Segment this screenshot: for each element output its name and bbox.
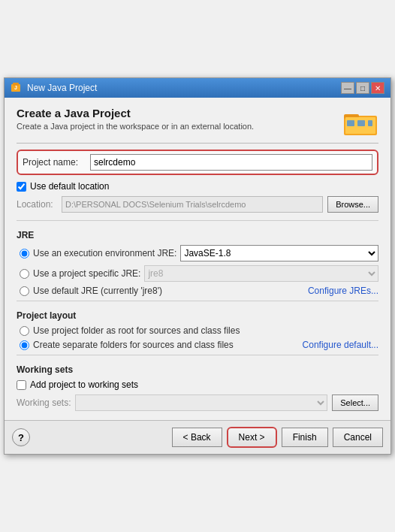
header-text: Create a Java Project Create a Java proj… [17,107,254,131]
title-bar-controls: — □ ✕ [341,82,384,94]
configure-default-link[interactable]: Configure default... [303,340,378,350]
svg-text:J: J [14,85,17,90]
help-button[interactable]: ? [12,428,30,446]
add-to-working-sets-row: Add project to working sets [17,379,378,390]
project-layout-section: Project layout Use project folder as roo… [17,301,378,350]
svg-rect-7 [357,120,365,126]
header-divider [17,143,378,144]
working-sets-section: Working sets Add project to working sets… [17,355,378,411]
jre-default-option: Use default JRE (currently 'jre8') [20,286,162,296]
jre-option2-row: Use a project specific JRE: jre8 [17,265,378,282]
jre-project-specific-select: jre8 [144,265,378,282]
configure-jres-link[interactable]: Configure JREs... [308,286,378,296]
working-sets-select [75,394,327,411]
jre-option3-row: Use default JRE (currently 'jre8') Confi… [17,286,378,296]
browse-button[interactable]: Browse... [327,196,378,213]
layout-option1-label[interactable]: Use project folder as root for sources a… [33,325,240,336]
default-location-row: Use default location [17,181,378,192]
page-subtitle: Create a Java project in the workspace o… [17,122,254,131]
jre-section: JRE Use an execution environment JRE: Ja… [17,220,378,296]
project-name-section: Project name: [17,150,378,175]
jre-section-title: JRE [17,230,378,240]
minimize-button[interactable]: — [341,82,354,94]
project-layout-title: Project layout [17,310,378,321]
dialog-header: Create a Java Project Create a Java proj… [17,107,378,137]
jre-option1-row: Use an execution environment JRE: JavaSE… [17,245,378,261]
jre-project-specific-radio[interactable] [20,269,29,279]
working-sets-select-row: Working sets: Select... [17,394,378,411]
jre-execution-env-radio[interactable] [20,249,29,258]
java-project-icon: J [11,82,23,94]
page-title: Create a Java Project [17,107,254,119]
jre-default-radio[interactable] [20,286,29,296]
close-button[interactable]: ✕ [371,82,384,94]
add-to-working-sets-label[interactable]: Add project to working sets [30,379,138,390]
working-sets-select-button[interactable]: Select... [332,394,378,411]
title-bar-left: J New Java Project [11,82,97,94]
jre-option1-label[interactable]: Use an execution environment JRE: [33,248,176,258]
next-button[interactable]: Next > [227,427,277,448]
maximize-button[interactable]: □ [356,82,369,94]
jre-execution-env-select[interactable]: JavaSE-1.8 JavaSE-11 JavaSE-17 [180,245,378,261]
back-button[interactable]: < Back [172,428,222,447]
title-bar: J New Java Project — □ ✕ [5,78,390,98]
project-name-input[interactable] [90,154,372,171]
svg-rect-6 [347,120,354,126]
layout-separate-folders-radio[interactable] [20,340,29,350]
layout-project-root-radio[interactable] [20,326,29,336]
cancel-button[interactable]: Cancel [333,428,383,447]
layout-option1-row: Use project folder as root for sources a… [17,325,378,336]
layout-option2-label[interactable]: Create separate folders for sources and … [33,340,234,350]
jre-option3-label[interactable]: Use default JRE (currently 'jre8') [33,286,162,296]
working-sets-label: Working sets: [17,397,71,408]
bottom-bar: ? < Back Next > Finish Cancel [5,420,390,454]
working-sets-title: Working sets [17,364,378,375]
add-to-working-sets-checkbox[interactable] [17,380,26,390]
folder-icon [342,107,378,137]
svg-rect-8 [368,120,372,126]
use-default-location-checkbox[interactable] [17,182,26,192]
dialog-window: J New Java Project — □ ✕ Create a Java P… [4,77,391,455]
use-default-location-label[interactable]: Use default location [30,181,109,192]
title-bar-title: New Java Project [27,83,97,93]
project-name-label: Project name: [23,157,90,168]
dialog-content: Create a Java Project Create a Java proj… [5,98,390,420]
location-label: Location: [17,199,62,210]
location-row: Location: Browse... [17,196,378,213]
finish-button[interactable]: Finish [282,428,328,447]
jre-option2-label[interactable]: Use a project specific JRE: [33,268,140,279]
layout-option2-row: Create separate folders for sources and … [17,340,378,350]
layout-option2-inner: Create separate folders for sources and … [20,340,234,350]
location-input [62,196,323,213]
